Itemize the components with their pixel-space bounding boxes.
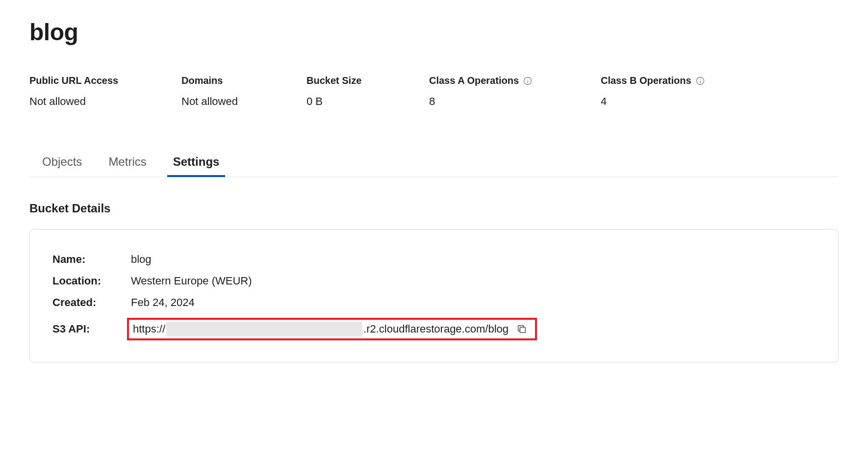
stat-label: Domains xyxy=(181,75,287,86)
stat-value: 4 xyxy=(601,95,728,108)
bucket-details-card: Name: blog Location: Western Europe (WEU… xyxy=(29,229,839,362)
info-icon[interactable] xyxy=(523,76,533,86)
detail-row-name: Name: blog xyxy=(52,253,816,266)
detail-value: blog xyxy=(131,253,152,266)
tabs: Objects Metrics Settings xyxy=(29,152,839,177)
detail-label: Created: xyxy=(52,296,131,309)
stat-value: Not allowed xyxy=(181,95,287,108)
tab-metrics[interactable]: Metrics xyxy=(108,152,146,177)
tab-settings[interactable]: Settings xyxy=(173,152,220,177)
stat-class-b-operations: Class B Operations 4 xyxy=(601,75,728,108)
svg-rect-6 xyxy=(520,327,525,333)
stat-label: Class B Operations xyxy=(601,75,728,86)
s3-api-redacted xyxy=(166,322,362,336)
detail-label: Location: xyxy=(52,275,131,287)
detail-value: Feb 24, 2024 xyxy=(131,296,195,309)
s3-api-endpoint-highlight: https:// .r2.cloudflarestorage.com/blog xyxy=(127,318,537,340)
s3-api-prefix: https:// xyxy=(133,323,165,335)
stat-bucket-size: Bucket Size 0 B xyxy=(306,75,409,108)
detail-row-s3-api: S3 API: https:// .r2.cloudflarestorage.c… xyxy=(52,318,816,340)
stats-row: Public URL Access Not allowed Domains No… xyxy=(29,75,839,108)
stat-label: Public URL Access xyxy=(29,75,162,86)
detail-row-location: Location: Western Europe (WEUR) xyxy=(52,275,816,287)
stat-label-text: Class B Operations xyxy=(601,75,691,86)
svg-point-2 xyxy=(527,78,528,79)
s3-api-suffix: .r2.cloudflarestorage.com/blog xyxy=(363,323,509,335)
page-title: blog xyxy=(29,19,839,46)
section-title: Bucket Details xyxy=(29,202,839,215)
stat-domains: Domains Not allowed xyxy=(181,75,287,108)
svg-point-5 xyxy=(700,78,700,79)
stat-value: 0 B xyxy=(306,95,409,108)
info-icon[interactable] xyxy=(695,76,705,86)
stat-label: Class A Operations xyxy=(429,75,581,86)
detail-label: S3 API: xyxy=(52,323,131,335)
stat-value: 8 xyxy=(429,95,581,108)
bucket-page: blog Public URL Access Not allowed Domai… xyxy=(0,0,868,382)
stat-label-text: Class A Operations xyxy=(429,75,519,86)
stat-label: Bucket Size xyxy=(306,75,409,86)
stat-value: Not allowed xyxy=(29,95,162,108)
detail-value: Western Europe (WEUR) xyxy=(131,275,252,287)
stat-public-url-access: Public URL Access Not allowed xyxy=(29,75,162,108)
detail-label: Name: xyxy=(52,253,131,266)
stat-class-a-operations: Class A Operations 8 xyxy=(429,75,581,108)
tab-objects[interactable]: Objects xyxy=(42,152,82,177)
copy-icon[interactable] xyxy=(516,324,527,334)
detail-row-created: Created: Feb 24, 2024 xyxy=(52,296,816,309)
